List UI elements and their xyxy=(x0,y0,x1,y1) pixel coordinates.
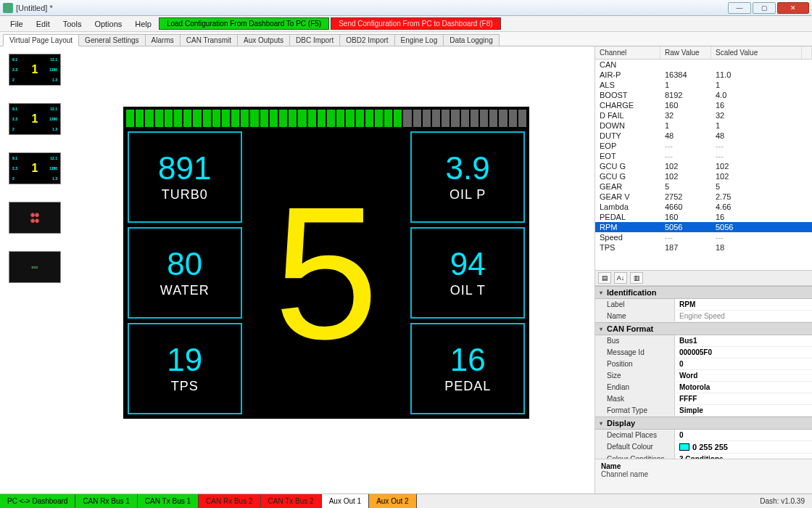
channel-list[interactable]: CANAIR-P1638411.0ALS11BOOST81924.0CHARGE… xyxy=(595,60,812,270)
load-config-button[interactable]: Load Configuration From Dashboard To PC … xyxy=(159,17,329,30)
rpm-segment xyxy=(413,110,421,127)
rpm-segment xyxy=(336,110,344,127)
tab-data-logging[interactable]: Data Logging xyxy=(443,34,500,46)
menu-edit[interactable]: Edit xyxy=(30,18,56,30)
status-aux-out2[interactable]: Aux Out 2 xyxy=(369,494,416,508)
thumbnail-page-1[interactable]: 1 9.112.1 2.31280 21.3 xyxy=(9,54,61,86)
channel-row[interactable]: EOP------ xyxy=(595,141,812,151)
rpm-segment xyxy=(509,110,517,127)
rpm-segment xyxy=(346,110,354,127)
tab-general-settings[interactable]: General Settings xyxy=(78,34,146,46)
thumbnail-page-2[interactable]: 1 9.112.1 2.31280 21.3 xyxy=(9,103,61,135)
property-grid[interactable]: ▾Identification LabelRPM NameEngine Spee… xyxy=(595,286,812,459)
rpm-segment xyxy=(203,110,211,127)
rpm-segment xyxy=(365,110,373,127)
prop-size[interactable]: Word xyxy=(675,370,812,381)
gauge-oilt[interactable]: 94OIL T xyxy=(410,227,525,319)
menu-file[interactable]: File xyxy=(4,18,29,30)
channel-row[interactable]: Lambda46604.66 xyxy=(595,202,812,212)
prop-label[interactable]: RPM xyxy=(675,299,812,310)
menu-tools[interactable]: Tools xyxy=(57,18,88,30)
prop-message-id[interactable]: 000005F0 xyxy=(675,347,812,358)
minimize-button[interactable]: — xyxy=(728,2,751,14)
tab-obd2-import[interactable]: OBD2 Import xyxy=(339,34,394,46)
status-aux-out1[interactable]: Aux Out 1 xyxy=(322,494,369,508)
gauge-tps[interactable]: 19TPS xyxy=(128,323,242,414)
channel-row[interactable]: TPS18718 xyxy=(595,242,812,253)
rpm-segment xyxy=(126,110,134,127)
channel-row[interactable]: EOT------ xyxy=(595,151,812,161)
channel-panel: Channel Raw Value Scaled Value CANAIR-P1… xyxy=(594,46,812,493)
gauge-water[interactable]: 80WATER xyxy=(128,227,242,319)
status-can-rx-bus1[interactable]: CAN Rx Bus 1 xyxy=(75,494,137,508)
colour-swatch-icon xyxy=(679,443,689,451)
channel-row[interactable]: D FAIL3232 xyxy=(595,110,812,120)
status-can-tx-bus1[interactable]: CAN Tx Bus 1 xyxy=(138,494,199,508)
channel-row[interactable]: DOWN11 xyxy=(595,120,812,131)
gauge-gear[interactable]: 5 xyxy=(246,131,407,414)
prop-bus[interactable]: Bus1 xyxy=(675,335,812,346)
group-can-format: ▾CAN Format xyxy=(595,322,812,335)
group-display: ▾Display xyxy=(595,417,812,430)
property-toolbar: ▤ A↓ ▥ xyxy=(595,270,812,286)
channel-row[interactable]: GEAR V27522.75 xyxy=(595,192,812,202)
gauge-oilp[interactable]: 3.9OIL P xyxy=(410,131,525,223)
channel-row[interactable]: AIR-P1638411.0 xyxy=(595,70,812,80)
tab-engine-log[interactable]: Engine Log xyxy=(394,34,444,46)
rpm-segment xyxy=(480,110,488,127)
menu-help[interactable]: Help xyxy=(129,18,157,30)
rpm-segment xyxy=(270,110,278,127)
status-can-tx-bus2[interactable]: CAN Tx Bus 2 xyxy=(261,494,322,508)
close-button[interactable]: ✕ xyxy=(777,2,809,14)
rpm-segment xyxy=(165,110,173,127)
prop-format-type[interactable]: Simple xyxy=(675,405,812,416)
rpm-segment xyxy=(183,110,191,127)
thumbnail-page-3[interactable]: 1 9.112.1 2.31280 21.3 xyxy=(9,152,61,184)
rpm-segment xyxy=(289,110,297,127)
tab-bar: Virtual Page LayoutGeneral SettingsAlarm… xyxy=(0,32,812,46)
prop-pages-icon[interactable]: ▥ xyxy=(630,272,643,284)
channel-row[interactable]: PEDAL16016 xyxy=(595,212,812,222)
maximize-button[interactable]: ▢ xyxy=(753,2,776,14)
dashboard-display[interactable]: 891TURB0 5 3.9OIL P 80WATER 94OIL T 19TP… xyxy=(123,107,529,419)
tab-aux-outputs[interactable]: Aux Outputs xyxy=(237,34,290,46)
channel-row[interactable]: DUTY4848 xyxy=(595,131,812,141)
tab-dbc-import[interactable]: DBC Import xyxy=(289,34,340,46)
prop-colour-conditions[interactable]: 3 Conditions xyxy=(675,454,812,459)
rpm-segment xyxy=(442,110,450,127)
col-raw[interactable]: Raw Value xyxy=(660,46,711,59)
prop-position[interactable]: 0 xyxy=(675,359,812,369)
prop-endian[interactable]: Motorola xyxy=(675,382,812,393)
prop-mask[interactable]: FFFF xyxy=(675,393,812,404)
gauge-turbo[interactable]: 891TURB0 xyxy=(128,131,242,223)
channel-row[interactable]: ALS11 xyxy=(595,80,812,90)
channel-row[interactable]: GCU G102102 xyxy=(595,171,812,181)
page-thumbnails: 1 9.112.1 2.31280 21.3 1 9.112.1 2.31280… xyxy=(0,46,72,493)
thumbnail-page-4[interactable]: ◉◉◉◉ xyxy=(9,202,61,234)
send-config-button[interactable]: Send Configuration From PC to Dashboard … xyxy=(331,17,500,30)
channel-row[interactable]: BOOST81924.0 xyxy=(595,90,812,100)
channel-row[interactable]: CHARGE16016 xyxy=(595,100,812,110)
col-channel[interactable]: Channel xyxy=(595,46,660,59)
status-pc-dashboard[interactable]: PC <-> Dashboard xyxy=(0,494,75,508)
tab-alarms[interactable]: Alarms xyxy=(145,34,181,46)
menu-options[interactable]: Options xyxy=(88,18,128,30)
col-scaled[interactable]: Scaled Value xyxy=(711,46,802,59)
rpm-bar xyxy=(123,107,529,127)
prop-decimal-places[interactable]: 0 xyxy=(675,430,812,441)
channel-row[interactable]: GCU G102102 xyxy=(595,161,812,171)
tab-can-transmit[interactable]: CAN Transmit xyxy=(180,34,238,46)
channel-row[interactable]: RPM50565056 xyxy=(595,222,812,232)
prop-sort-cat-icon[interactable]: ▤ xyxy=(598,272,611,284)
tab-virtual-page-layout[interactable]: Virtual Page Layout xyxy=(3,34,79,46)
channel-row[interactable]: CAN xyxy=(595,60,812,70)
prop-default-colour[interactable]: 0 255 255 xyxy=(675,441,812,453)
rpm-segment xyxy=(298,110,306,127)
status-bar: PC <-> Dashboard CAN Rx Bus 1 CAN Tx Bus… xyxy=(0,493,812,508)
channel-row[interactable]: GEAR55 xyxy=(595,181,812,192)
prop-sort-az-icon[interactable]: A↓ xyxy=(614,272,627,284)
gauge-pedal[interactable]: 16PEDAL xyxy=(410,323,525,414)
channel-row[interactable]: Speed------ xyxy=(595,232,812,242)
thumbnail-page-5[interactable]: ≡≡≡ xyxy=(9,251,61,283)
status-can-rx-bus2[interactable]: CAN Rx Bus 2 xyxy=(199,494,260,508)
